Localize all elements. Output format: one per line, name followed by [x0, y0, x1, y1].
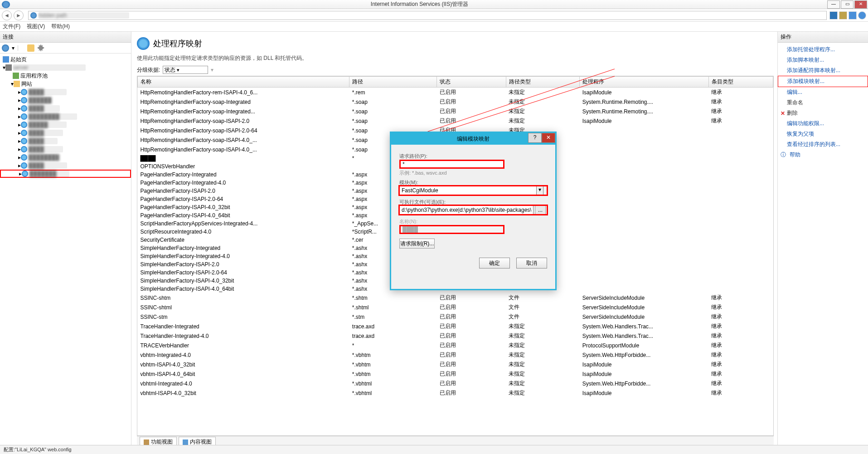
col-path[interactable]: 路径: [349, 77, 437, 88]
request-restrictions-button[interactable]: 请求限制(R)...: [399, 239, 435, 249]
table-row[interactable]: TraceHandler-Integratedtrace.axd已启用未指定Sy…: [138, 322, 773, 331]
table-row[interactable]: SSINC-shtm*.shtm已启用文件ServerSideIncludeMo…: [138, 293, 773, 303]
action-add-module[interactable]: 添加模块映射...: [778, 76, 868, 87]
action-add-script[interactable]: 添加脚本映射...: [778, 55, 868, 65]
table-row[interactable]: vbhtm-Integrated-4.0*.vbhtm已启用未指定System.…: [138, 350, 773, 360]
cell: System.Web.Handlers.Trac...: [580, 331, 708, 341]
dialog-close-button[interactable]: ✕: [542, 133, 555, 143]
cell: [708, 277, 773, 285]
tree-site-item[interactable]: ▸ ████████: [0, 112, 131, 121]
executable-input[interactable]: [399, 205, 533, 215]
tool-icon[interactable]: [839, 11, 847, 20]
table-row[interactable]: vbhtm-ISAPI-4.0_32bit*.vbhtm已启用未指定IsapiM…: [138, 360, 773, 369]
tree-site-item[interactable]: ▸ ████: [0, 161, 131, 170]
cell: [580, 187, 708, 195]
globe-icon: [21, 138, 27, 144]
save-icon[interactable]: [27, 44, 34, 52]
module-dropdown-icon[interactable]: ▾: [536, 186, 543, 195]
action-rename[interactable]: 重命名: [778, 98, 868, 108]
tool-icon[interactable]: [849, 11, 857, 20]
cell: 已启用: [437, 116, 506, 126]
table-row[interactable]: vbhtm-ISAPI-4.0_64bit*.vbhtm已启用未指定IsapiM…: [138, 369, 773, 379]
minimize-button[interactable]: —: [827, 0, 840, 9]
cell: HttpRemotingHandlerFactory-soap-ISAPI-4.…: [138, 145, 349, 154]
cell: *.soap: [349, 116, 437, 126]
tree-site-item[interactable]: ▸ ████: [0, 104, 131, 112]
cell: [580, 171, 708, 179]
cell: System.Runtime.Remoting....: [580, 97, 708, 107]
col-entry-type[interactable]: 条目类型: [708, 77, 773, 88]
tree-site-item[interactable]: ▸ █████: [0, 121, 131, 129]
name-input[interactable]: [399, 225, 504, 234]
action-view-ordered[interactable]: 查看经过排序的列表...: [778, 139, 868, 150]
action-delete[interactable]: ✕删除: [778, 108, 868, 118]
tree-site-item[interactable]: ▸ ███████: [0, 170, 131, 178]
group-by-select[interactable]: 状态 ▾: [163, 66, 208, 74]
table-row[interactable]: TraceHandler-Integrated-4.0trace.axd已启用未…: [138, 331, 773, 341]
cell: *.shtml: [349, 303, 437, 312]
cell: [580, 244, 708, 252]
table-row[interactable]: SSINC-shtml*.shtml已启用文件ServerSideInclude…: [138, 303, 773, 312]
menu-file[interactable]: 文件(F): [3, 23, 20, 30]
cell: 已启用: [437, 322, 506, 331]
tree-site-item[interactable]: ▸ ████: [0, 145, 131, 153]
forward-button[interactable]: ►: [14, 10, 24, 20]
ok-button[interactable]: 确定: [479, 258, 510, 268]
action-revert[interactable]: 恢复为父项: [778, 129, 868, 139]
col-status[interactable]: 状态: [437, 77, 506, 88]
cell: [580, 126, 708, 135]
browse-button[interactable]: ...: [535, 205, 546, 215]
table-row[interactable]: vbhtml-Integrated-4.0*.vbhtml已启用未指定Syste…: [138, 379, 773, 388]
cell: 文件: [506, 312, 580, 322]
maximize-button[interactable]: ▭: [841, 0, 853, 9]
tree-site-item[interactable]: ▸ ██████: [0, 96, 131, 104]
menu-view[interactable]: 视图(V): [27, 23, 45, 30]
connection-tree[interactable]: 起始页 ▾ server 应用程序池 ▾ 网站 ▸ ████▸ ██████▸ …: [0, 54, 131, 448]
tree-site-item[interactable]: ▸ ████████: [0, 153, 131, 161]
table-row[interactable]: HttpRemotingHandlerFactory-soap-ISAPI-2.…: [138, 116, 773, 126]
tree-site-item[interactable]: ▸ ████: [0, 88, 131, 96]
cell: 已启用: [437, 107, 506, 116]
tree-start-page[interactable]: 起始页: [0, 55, 131, 63]
dialog-help-button[interactable]: ?: [528, 133, 542, 143]
cell: SimpleHandlerFactory-ISAPI-2.0: [138, 260, 349, 268]
table-row[interactable]: HttpRemotingHandlerFactory-rem-ISAPI-4.0…: [138, 88, 773, 98]
tree-site-item[interactable]: ▸ ████: [0, 137, 131, 145]
action-add-wildcard[interactable]: 添加通配符脚本映射...: [778, 65, 868, 76]
table-row[interactable]: SSINC-stm*.stm已启用文件ServerSideIncludeModu…: [138, 312, 773, 322]
connect-icon[interactable]: [2, 44, 9, 52]
back-button[interactable]: ◄: [2, 10, 12, 20]
settings-icon[interactable]: [37, 44, 44, 52]
col-handler[interactable]: 处理程序: [580, 77, 708, 88]
table-row[interactable]: HttpRemotingHandlerFactory-soap-Integrat…: [138, 97, 773, 107]
dialog-titlebar[interactable]: 编辑模块映射 ? ✕: [391, 133, 555, 145]
col-path-type[interactable]: 路径类型: [506, 77, 580, 88]
tree-app-pools[interactable]: 应用程序池: [0, 72, 131, 80]
tree-site-item[interactable]: ▸ ████: [0, 129, 131, 137]
address-input[interactable]: hidden path: [28, 11, 827, 20]
close-button[interactable]: ✕: [854, 0, 867, 9]
cell: HttpRemotingHandlerFactory-soap-Integrat…: [138, 107, 349, 116]
tree-server[interactable]: ▾ server: [0, 63, 131, 72]
tree-sites[interactable]: ▾ 网站: [0, 80, 131, 88]
cell: [580, 236, 708, 244]
menu-help[interactable]: 帮助(H): [51, 23, 70, 30]
action-help[interactable]: ⓘ帮助: [778, 150, 868, 160]
table-row[interactable]: vbhtml-ISAPI-4.0_32bit*.vbhtml已启用未指定Isap…: [138, 388, 773, 398]
action-edit-permissions[interactable]: 编辑功能权限...: [778, 118, 868, 129]
col-name[interactable]: 名称: [138, 77, 349, 88]
cell: [580, 211, 708, 220]
module-select[interactable]: [399, 186, 536, 195]
tool-icon[interactable]: [829, 11, 838, 20]
cell: [580, 252, 708, 260]
request-path-input[interactable]: [399, 160, 504, 169]
action-edit[interactable]: 编辑...: [778, 87, 868, 98]
cell: vbhtml-Integrated-4.0: [138, 379, 349, 388]
connections-toolbar: ▾|: [0, 43, 131, 54]
action-add-managed[interactable]: 添加托管处理程序...: [778, 44, 868, 55]
table-row[interactable]: HttpRemotingHandlerFactory-soap-Integrat…: [138, 107, 773, 116]
help-icon[interactable]: [858, 11, 866, 20]
table-row[interactable]: TRACEVerbHandler*已启用未指定ProtocolSupportMo…: [138, 341, 773, 350]
cancel-button[interactable]: 取消: [516, 258, 547, 268]
cell: ████: [138, 154, 349, 162]
